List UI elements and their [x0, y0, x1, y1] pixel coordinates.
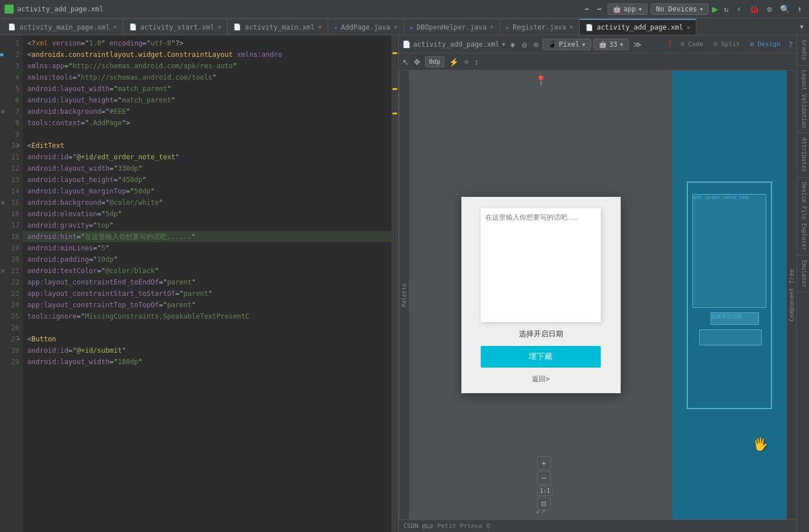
design-dot-btn[interactable]: ⊙ [531, 39, 540, 50]
api-dropdown[interactable]: 🤖 33 ▾ [593, 39, 629, 50]
devices-dropdown[interactable]: No Devices ▾ [651, 3, 708, 15]
app-icon [5, 5, 14, 14]
constraint-tool[interactable]: ⚡ [449, 57, 459, 67]
tab-close-6[interactable]: × [569, 23, 573, 31]
code-line-15: android:background="@color/white" [23, 197, 391, 208]
error-icon[interactable]: ! [667, 39, 673, 50]
tab-addpage-java[interactable]: ☕ AddPage.java × [328, 19, 404, 35]
code-line-22: app:layout_constraintEnd_toEndOf="parent… [23, 277, 391, 288]
line-3: 3 [0, 60, 19, 72]
line-26: 26 [0, 322, 19, 333]
submit-button[interactable]: 埋下藏 [481, 346, 601, 368]
tab-activity-main[interactable]: 📄 activity_main.xml × [228, 19, 328, 35]
code-line-25: tools:ignore="MissingConstraints,Speakab… [23, 311, 391, 322]
tab-register-java[interactable]: ☕ Register.java × [500, 19, 580, 35]
pan-tool[interactable]: ✥ [414, 57, 420, 67]
split-view-tab[interactable]: ⊟ Split [709, 39, 744, 49]
tab-close-4[interactable]: × [394, 23, 398, 31]
back-nav-icon[interactable]: ⬅ [582, 3, 591, 15]
preview-area: Palette 📍 选择开启日期 埋下藏 返回> [399, 71, 796, 519]
code-line-13: android:layout_height="450dp" [23, 174, 391, 185]
blueprint-frame: edt_order_note_tex 选择开启日期 [687, 182, 772, 409]
run-button[interactable]: ▶ [712, 3, 718, 15]
update-icon[interactable]: ⬆ [795, 3, 804, 15]
file-dropdown-chevron[interactable]: ▾ [502, 40, 506, 48]
device-dropdown[interactable]: 📱 Pixel ▾ [543, 39, 591, 50]
line-12: 12 [0, 163, 19, 174]
tab-close-1[interactable]: × [113, 23, 117, 31]
line-14: 14 [0, 185, 19, 197]
design-layers-btn[interactable]: ◈ [508, 39, 517, 50]
code-editor[interactable]: <?xml version="1.0" encoding="utf-8"?> <… [23, 35, 391, 532]
search-icon[interactable]: 🔍 [778, 3, 792, 15]
tab-bar: 📄 activity_main_page.xml × 📄 activity_st… [0, 18, 809, 35]
tab-activity-main-page[interactable]: 📄 activity_main_page.xml × [2, 19, 123, 35]
java-icon-3: ☕ [506, 23, 510, 31]
tab-activity-add-page[interactable]: 📄 activity_add_page.xml × [580, 19, 696, 35]
tab-close-5[interactable]: × [490, 23, 494, 31]
line-24: 24 [0, 299, 19, 311]
zoom-out-button[interactable]: − [537, 471, 551, 485]
line-19: 19 [0, 242, 19, 254]
tab-close-7[interactable]: × [687, 24, 691, 31]
code-line-8: tools:context=".AddPage"> [23, 117, 391, 129]
settings-icon[interactable]: ⚙ [765, 3, 774, 15]
refresh-icon[interactable]: ↻ [721, 3, 730, 15]
code-line-10: <EditText [23, 140, 391, 151]
phone-icon: 📱 [548, 40, 556, 48]
tab-dbopen-java[interactable]: ☕ DBOpenHelper.java × [404, 19, 500, 35]
profiler-icon[interactable]: ⚡ [734, 3, 744, 15]
forward-nav-icon[interactable]: ➡ [595, 3, 604, 15]
device-file-explorer-tab[interactable]: Device File Explorer [797, 178, 809, 255]
code-line-28: android:id="@+id/submit" [23, 345, 391, 356]
code-line-6: android:layout_height="match_parent" [23, 94, 391, 106]
tab-activity-start[interactable]: 📄 activity_start.xml × [123, 19, 228, 35]
app-dropdown[interactable]: 🤖 app ▾ [608, 3, 647, 15]
line-29: 29 [0, 356, 19, 368]
emulator-tab[interactable]: Emulator [797, 255, 809, 292]
design-toolbar: 📄 activity_add_page.xml ▾ ◈ ◎ ⊙ 📱 Pixel … [399, 35, 796, 53]
code-line-12: android:layout_width="330dp" [23, 163, 391, 174]
scroll-markers [391, 35, 398, 532]
tab-more-button[interactable]: ▾ [794, 21, 809, 32]
code-view-tab[interactable]: ≡ Code [676, 39, 708, 49]
dp-value[interactable]: 0dp [425, 56, 444, 67]
scroll-marker-2 [393, 88, 397, 90]
tab-close-3[interactable]: × [318, 23, 322, 31]
phone-screen: 选择开启日期 埋下藏 返回> [461, 197, 621, 393]
bp-submit-element [699, 329, 762, 345]
line-17: 17 [0, 220, 19, 231]
debug-icon[interactable]: 🐞 [747, 3, 761, 15]
expand-icon[interactable]: ≫ [631, 39, 644, 50]
tab-close-2[interactable]: × [218, 23, 222, 31]
help-icon[interactable]: ? [789, 40, 793, 49]
line-numbers: 1 2 3 4 5 6 7 8 9 10 11 12 13 14 15 16 1… [0, 35, 23, 532]
zoom-in-button[interactable]: + [537, 456, 551, 470]
back-link[interactable]: 返回> [532, 374, 550, 384]
design-eye-btn[interactable]: ◎ [519, 39, 529, 50]
pin-icon: 📍 [535, 75, 547, 86]
java-icon-1: ☕ [334, 23, 338, 31]
line-4: 4 [0, 72, 19, 83]
code-line-2: <androidx.constraintlayout.widget.Constr… [23, 49, 391, 60]
attributes-tab[interactable]: Attributes [797, 133, 809, 177]
layout-validation-tab[interactable]: Layout Validation [797, 65, 809, 133]
cursor-tool[interactable]: ↖ [402, 57, 409, 67]
note-textarea[interactable] [481, 208, 601, 322]
title-text: activity_add_page.xml [17, 5, 104, 13]
design-view-tab[interactable]: ⊞ Design [746, 39, 785, 49]
java-icon-2: ☕ [410, 23, 414, 31]
code-content: <?xml version="1.0" encoding="utf-8"?> <… [23, 35, 391, 370]
design-file-name: 📄 activity_add_page.xml ▾ [402, 40, 506, 48]
gradle-tab[interactable]: Gradle [797, 35, 809, 65]
phone-frame: 选择开启日期 埋下藏 返回> [461, 197, 621, 393]
zoom-controls: + − 1:1 ⊡ [537, 456, 553, 510]
magic-tool[interactable]: ✧ [463, 57, 470, 67]
code-line-18: android:hint="在这里输入你想要写的话吧......" [23, 231, 391, 242]
clear-constraints-tool[interactable]: ↕ [474, 57, 478, 67]
line-6: 6 [0, 94, 19, 106]
line-18: 18 [0, 231, 19, 242]
devices-chevron: ▾ [699, 5, 703, 13]
line-15: 15 [0, 197, 19, 208]
code-line-19: android:minLines="5" [23, 242, 391, 254]
